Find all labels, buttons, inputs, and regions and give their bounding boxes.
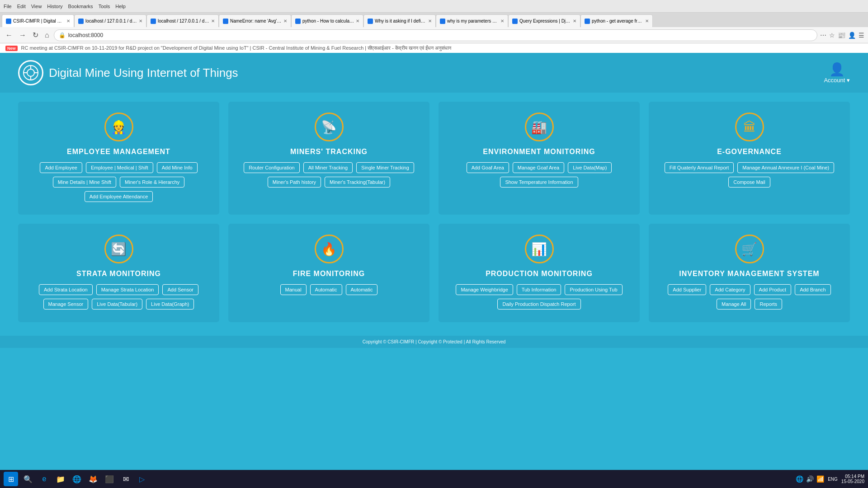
browser-tab-5[interactable]: Why is it asking if I defined...✕ [363, 14, 436, 27]
card-btn-employee-management-4[interactable]: Miner's Role & Hierarchy [120, 177, 184, 188]
card-btn-employee-management-3[interactable]: Mine Details | Mine Shift [53, 177, 116, 188]
card-btn-environment-monitoring-2[interactable]: Live Data(Map) [568, 162, 612, 173]
star-icon[interactable]: ☆ [829, 32, 835, 39]
card-btn-e-governance-0[interactable]: Fill Quaterly Annual Report [665, 162, 734, 173]
browser-tabs: CSIR-CIMFR | Digital Mine U...✕localhost… [0, 13, 868, 27]
reload-button[interactable]: ↻ [31, 29, 40, 41]
back-button[interactable]: ← [4, 29, 14, 41]
forward-button[interactable]: → [17, 29, 28, 41]
browser-tab-3[interactable]: NameError: name 'Avg' is n...✕ [219, 14, 291, 27]
browser-tab-6[interactable]: why is my parameters not ...✕ [436, 14, 508, 27]
tab-favicon-3 [223, 19, 228, 24]
card-btn-strata-monitoring-2[interactable]: Add Sensor [162, 284, 198, 295]
card-miners-tracking: 📡MINERS' TRACKINGRouter ConfigurationAll… [228, 102, 429, 215]
menu-view[interactable]: View [31, 4, 42, 9]
tab-close-4[interactable]: ✕ [356, 19, 359, 23]
card-btn-miners-tracking-3[interactable]: Miner's Path history [268, 177, 321, 188]
account-area[interactable]: 👤 Account ▾ [824, 62, 850, 84]
tab-close-7[interactable]: ✕ [573, 19, 576, 23]
menu-icon[interactable]: ☰ [859, 32, 864, 39]
footer-text: Copyright © CSIR-CIMFR | Copyright © Pro… [363, 339, 506, 344]
card-btn-e-governance-2[interactable]: Compose Mail [728, 177, 770, 188]
card-btn-inventory-management-1[interactable]: Add Category [710, 284, 750, 295]
card-btn-inventory-management-3[interactable]: Add Branch [795, 284, 830, 295]
card-btn-production-monitoring-1[interactable]: Tub Information [517, 284, 561, 295]
card-btn-inventory-management-4[interactable]: Manage All [717, 299, 751, 310]
card-btn-miners-tracking-2[interactable]: Single Miner Tracking [356, 162, 414, 173]
bookmarks-sidebar-icon[interactable]: 📰 [838, 32, 845, 39]
card-btn-inventory-management-2[interactable]: Add Product [754, 284, 792, 295]
browser-menu[interactable]: File Edit View History Bookmarks Tools H… [4, 4, 126, 9]
card-production-monitoring: 📊PRODUCTION MONITORINGManage Weighbridge… [439, 224, 640, 322]
card-btn-inventory-management-0[interactable]: Add Supplier [668, 284, 706, 295]
card-btn-employee-management-1[interactable]: Employee | Medical | Shift [86, 162, 153, 173]
card-icon-e-governance: 🏛 [735, 113, 764, 141]
card-btn-employee-management-2[interactable]: Add Mine Info [157, 162, 198, 173]
tab-close-1[interactable]: ✕ [139, 19, 142, 23]
card-btn-inventory-management-5[interactable]: Reports [755, 299, 782, 310]
card-title-environment-monitoring: ENVIRONMENT MONITORING [483, 148, 595, 156]
menu-file[interactable]: File [4, 4, 12, 9]
browser-tab-0[interactable]: CSIR-CIMFR | Digital Mine U...✕ [2, 14, 74, 27]
card-icon-fire-monitoring: 🔥 [315, 235, 344, 263]
tab-close-6[interactable]: ✕ [500, 19, 504, 23]
extensions-icon[interactable]: ⋯ [820, 32, 826, 39]
card-btn-strata-monitoring-1[interactable]: Manage Strata Location [96, 284, 159, 295]
card-btn-miners-tracking-1[interactable]: All Miner Tracking [303, 162, 353, 173]
account-label: Account ▾ [824, 77, 850, 84]
card-btn-employee-management-0[interactable]: Add Employee [40, 162, 82, 173]
card-btn-miners-tracking-4[interactable]: Miner's Tracking(Tabular) [325, 177, 390, 188]
card-icon-employee-management: 👷 [104, 113, 133, 141]
card-icon-inventory-management: 🛒 [735, 235, 764, 263]
browser-tab-1[interactable]: localhost / 127.0.0.1 / digi_...✕ [74, 14, 146, 27]
card-btn-production-monitoring-0[interactable]: Manage Weighbridge [456, 284, 513, 295]
card-btn-miners-tracking-0[interactable]: Router Configuration [244, 162, 300, 173]
tab-close-8[interactable]: ✕ [645, 19, 649, 23]
tab-label-7: Query Expressions | Django... [519, 19, 571, 23]
tab-close-3[interactable]: ✕ [283, 19, 287, 23]
browser-tab-2[interactable]: localhost / 127.0.0.1 / digi_...✕ [146, 14, 219, 27]
card-btn-strata-monitoring-4[interactable]: Live Data(Tabular) [92, 299, 142, 310]
tab-favicon-4 [295, 19, 301, 24]
tab-favicon-8 [585, 19, 590, 24]
card-btn-strata-monitoring-0[interactable]: Add Strata Location [39, 284, 93, 295]
card-btn-e-governance-1[interactable]: Manage Annual Annexure I (Coal Mine) [737, 162, 834, 173]
tab-label-0: CSIR-CIMFR | Digital Mine U... [13, 19, 65, 23]
menu-history[interactable]: History [47, 4, 62, 9]
address-text: localhost:8000 [68, 32, 812, 38]
card-employee-management: 👷EMPLOYEE MANAGEMENTAdd EmployeeEmployee… [18, 102, 219, 215]
tab-close-2[interactable]: ✕ [211, 19, 215, 23]
profile-icon[interactable]: 👤 [848, 32, 856, 39]
card-buttons-e-governance: Fill Quaterly Annual ReportManage Annual… [658, 162, 841, 188]
card-title-e-governance: E-GOVERNANCE [717, 148, 782, 156]
logo-icon [18, 60, 43, 85]
card-icon-strata-monitoring: 🔄 [104, 235, 133, 263]
home-button[interactable]: ⌂ [43, 29, 51, 41]
menu-edit[interactable]: Edit [17, 4, 26, 9]
menu-tools[interactable]: Tools [99, 4, 110, 9]
card-btn-employee-management-5[interactable]: Add Employee Attendance [85, 191, 153, 202]
browser-tab-7[interactable]: Query Expressions | Django...✕ [508, 14, 580, 27]
card-btn-strata-monitoring-5[interactable]: Live Data(Graph) [146, 299, 194, 310]
card-btn-fire-monitoring-0[interactable]: Manual [280, 284, 307, 295]
address-bar[interactable]: 🔒 localhost:8000 [54, 29, 817, 41]
browser-tab-8[interactable]: python - get average from...✕ [580, 14, 653, 27]
menu-help[interactable]: Help [115, 4, 126, 9]
card-icon-miners-tracking: 📡 [315, 113, 344, 141]
card-btn-environment-monitoring-1[interactable]: Manage Goaf Area [513, 162, 564, 173]
card-btn-production-monitoring-3[interactable]: Daily Production Dispatch Report [497, 299, 580, 310]
card-btn-fire-monitoring-2[interactable]: Automatic [346, 284, 378, 295]
menu-bookmarks[interactable]: Bookmarks [68, 4, 93, 9]
tab-close-5[interactable]: ✕ [428, 19, 432, 23]
card-btn-environment-monitoring-0[interactable]: Add Goaf Area [467, 162, 509, 173]
app-header: Digital Mine Using Internet of Things 👤 … [0, 53, 868, 93]
card-title-fire-monitoring: FIRE MONITORING [293, 270, 365, 278]
card-btn-environment-monitoring-3[interactable]: Show Temperature Information [500, 177, 578, 188]
card-btn-production-monitoring-2[interactable]: Production Using Tub [565, 284, 622, 295]
card-btn-fire-monitoring-1[interactable]: Automatic [310, 284, 342, 295]
tab-label-1: localhost / 127.0.0.1 / digi_... [85, 19, 137, 23]
card-btn-strata-monitoring-3[interactable]: Manage Sensor [43, 299, 89, 310]
tab-close-0[interactable]: ✕ [66, 19, 70, 23]
account-icon: 👤 [829, 62, 845, 77]
browser-tab-4[interactable]: python - How to calculate...✕ [291, 14, 363, 27]
